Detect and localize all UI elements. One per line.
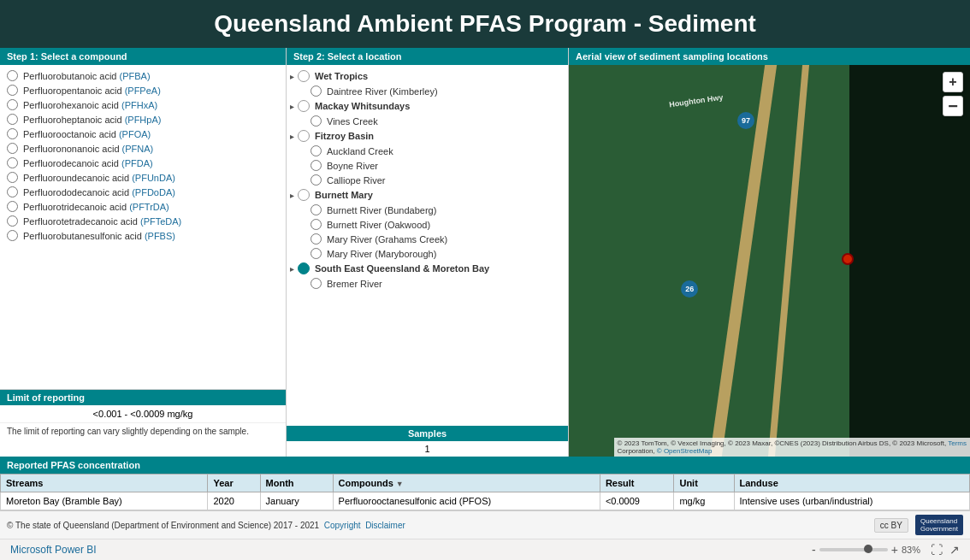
map-zoom-out-button[interactable]: −	[943, 96, 963, 116]
compound-item-pfteda[interactable]: Perfluorotetradecanoic acid (PFTeDA)	[0, 214, 286, 228]
disclaimer-link[interactable]: Disclaimer	[365, 521, 405, 530]
cell-result: <0.0009	[600, 492, 674, 510]
location-radio-3-2[interactable]	[311, 233, 322, 245]
group-radio-0[interactable]	[298, 70, 310, 82]
location-item-2-0[interactable]: Auckland Creek	[287, 144, 568, 158]
zoom-in-icon[interactable]: +	[891, 543, 898, 557]
samples-header: Samples	[287, 426, 568, 441]
location-item-4-0[interactable]: Bremer River	[287, 276, 568, 291]
footer-text: © The state of Queensland (Department of…	[7, 521, 405, 530]
zoom-out-icon[interactable]: -	[812, 543, 816, 557]
compound-radio-pfoa[interactable]	[7, 128, 18, 139]
compound-item-pfbs[interactable]: Perfluorobutanesulfonic acid (PFBS)	[0, 228, 286, 243]
location-radio-2-0[interactable]	[311, 145, 322, 156]
location-group-header-1[interactable]: ▸Mackay Whitsundays	[287, 98, 568, 114]
compound-item-pfdoda[interactable]: Perfluorododecanoic acid (PFDoDA)	[0, 185, 286, 199]
location-group-header-3[interactable]: ▸Burnett Mary	[287, 187, 568, 203]
group-label-1: Mackay Whitsundays	[315, 101, 410, 111]
step1-panel: Step 1: Select a compound Perfluorobutan…	[0, 48, 287, 457]
samples-section: Samples 1	[287, 426, 568, 457]
lor-header: Limit of reporting	[0, 390, 286, 405]
compound-radio-pfna[interactable]	[7, 143, 18, 154]
compound-item-pfna[interactable]: Perfluorononanoic acid (PFNA)	[0, 141, 286, 156]
qld-logo-text: QueenslandGovernment	[920, 517, 958, 533]
col-compounds: Compounds ▼	[333, 475, 600, 492]
compound-radio-pfba[interactable]	[7, 70, 18, 81]
location-radio-3-1[interactable]	[311, 219, 322, 230]
compound-radio-pfunda[interactable]	[7, 172, 18, 183]
zoom-slider[interactable]	[819, 548, 888, 551]
location-group-header-4[interactable]: ▸South East Queensland & Moreton Bay	[287, 261, 568, 276]
location-radio-2-1[interactable]	[311, 160, 322, 171]
fullscreen-icon[interactable]: ⛶	[931, 543, 943, 557]
location-group-0: ▸Wet TropicsDaintree River (Kimberley)	[287, 68, 568, 98]
powerbi-link[interactable]: Microsoft Power BI	[10, 544, 97, 556]
location-radio-3-3[interactable]	[311, 248, 322, 259]
cell-landuse: Intensive uses (urban/industrial)	[734, 492, 969, 510]
compound-label-pfna: Perfluorononanoic acid (PFNA)	[23, 144, 153, 154]
right-panel: Aerial view of sediment sampling locatio…	[569, 48, 970, 457]
cell-unit: mg/kg	[674, 492, 734, 510]
location-radio-1-0[interactable]	[311, 115, 322, 127]
col-unit: Unit	[674, 475, 734, 492]
compound-item-pfda[interactable]: Perfluorodecanoic acid (PFDA)	[0, 156, 286, 170]
location-label-4-0: Bremer River	[327, 279, 382, 289]
compound-radio-pfhxa[interactable]	[7, 99, 18, 110]
location-group-header-0[interactable]: ▸Wet Tropics	[287, 68, 568, 84]
location-group-header-2[interactable]: ▸Fitzroy Basin	[287, 128, 568, 144]
group-radio-3[interactable]	[298, 189, 310, 201]
compound-radio-pfda[interactable]	[7, 157, 18, 168]
location-item-3-3[interactable]: Mary River (Maryborough)	[287, 246, 568, 261]
exit-icon[interactable]: ↗	[949, 543, 960, 557]
location-item-3-2[interactable]: Mary River (Grahams Creek)	[287, 232, 568, 246]
map-terms-link[interactable]: Terms	[948, 439, 967, 447]
location-label-3-3: Mary River (Maryborough)	[327, 249, 436, 259]
location-radio-2-2[interactable]	[311, 174, 322, 186]
reported-header: Reported PFAS concentration	[0, 457, 970, 474]
location-item-3-1[interactable]: Burnett River (Oakwood)	[287, 217, 568, 232]
road-label: Houghton Hwy	[669, 92, 724, 109]
results-table: Streams Year Month Compounds ▼ Result Un…	[0, 474, 970, 510]
map-openstreetmap-link[interactable]: © OpenStreetMap	[657, 447, 713, 455]
main-container: Queensland Ambient PFAS Program - Sedime…	[0, 0, 970, 560]
compound-radio-pfbs[interactable]	[7, 230, 18, 241]
group-radio-4[interactable]	[298, 262, 310, 274]
location-label-2-0: Auckland Creek	[327, 146, 393, 156]
compound-item-pfpea[interactable]: Perfluoropentanoic acid (PFPeA)	[0, 83, 286, 97]
location-radio-0-0[interactable]	[311, 85, 322, 97]
compound-radio-pfhpa[interactable]	[7, 114, 18, 125]
compound-radio-pftrda[interactable]	[7, 201, 18, 212]
copyright-link[interactable]: Copyright	[324, 521, 361, 530]
compound-item-pfhxa[interactable]: Perfluorohexanoic acid (PFHxA)	[0, 97, 286, 112]
compound-label-pfdoda: Perfluorododecanoic acid (PFDoDA)	[23, 187, 175, 197]
group-radio-1[interactable]	[298, 100, 310, 112]
compound-radio-pfpea[interactable]	[7, 85, 18, 96]
highway-badge-97: 97	[737, 112, 754, 129]
step2-panel: Step 2: Select a location ▸Wet TropicsDa…	[287, 48, 569, 457]
location-item-3-0[interactable]: Burnett River (Bundaberg)	[287, 203, 568, 217]
col-month: Month	[260, 475, 333, 492]
step1-header: Step 1: Select a compound	[0, 48, 286, 65]
group-label-0: Wet Tropics	[315, 71, 368, 81]
location-item-2-1[interactable]: Boyne River	[287, 158, 568, 173]
cell-compound: Perfluorooctanesulfonic acid (PFOS)	[333, 492, 600, 510]
compound-item-pfhpa[interactable]: Perfluoroheptanoic acid (PFHpA)	[0, 112, 286, 127]
location-radio-4-0[interactable]	[311, 278, 322, 289]
group-radio-2[interactable]	[298, 130, 310, 142]
compound-radio-pfdoda[interactable]	[7, 186, 18, 197]
location-item-1-0[interactable]: Vines Creek	[287, 114, 568, 128]
compound-item-pftrda[interactable]: Perfluorotridecanoic acid (PFTrDA)	[0, 199, 286, 214]
compound-radio-pfteda[interactable]	[7, 215, 18, 227]
location-item-0-0[interactable]: Daintree River (Kimberley)	[287, 84, 568, 98]
table-row: Moreton Bay (Bramble Bay)2020JanuaryPerf…	[1, 492, 970, 510]
location-radio-3-0[interactable]	[311, 204, 322, 215]
location-item-2-2[interactable]: Calliope River	[287, 173, 568, 187]
compound-item-pfba[interactable]: Perfluorobutanoic acid (PFBA)	[0, 68, 286, 83]
compound-label-pfoa: Perfluorooctanoic acid (PFOA)	[23, 129, 151, 139]
compound-item-pfoa[interactable]: Perfluorooctanoic acid (PFOA)	[0, 127, 286, 141]
location-label-0-0: Daintree River (Kimberley)	[327, 86, 438, 97]
cc-badge: cc BY	[874, 518, 908, 533]
step2-header: Step 2: Select a location	[287, 48, 568, 65]
compound-item-pfunda[interactable]: Perfluoroundecanoic acid (PFUnDA)	[0, 170, 286, 185]
map-zoom-in-button[interactable]: +	[943, 72, 963, 92]
